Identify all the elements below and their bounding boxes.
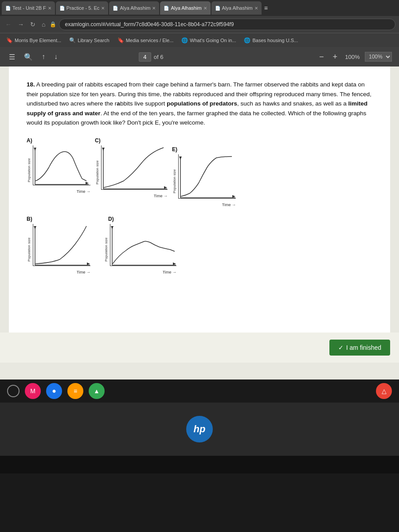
refresh-button[interactable]: ↻ [28,20,37,29]
page-number-input[interactable] [139,52,151,62]
graph-b-svg-container: Time → [33,224,90,276]
graph-c-y-label: Population size [95,155,100,190]
next-page-btn[interactable]: ↓ [52,51,59,63]
tab-alya-1[interactable]: 📄 Alya Alhashim ✕ [109,1,159,15]
zoom-value: 100% [344,54,361,60]
address-input[interactable] [59,19,395,30]
graph-d-label: D) [108,215,114,223]
tab-test-unit[interactable]: 📄 Test - Unit 2B F ✕ [2,1,55,15]
tab-alya-3[interactable]: 📄 Alya Alhashim ✕ [211,1,262,15]
globe-icon: 🌐 [244,37,250,43]
pdf-toolbar: ☰ 🔍 ↑ ↓ of 6 − + 100% 50% 75% 100% 125% … [0,47,399,66]
tab-icon: 📄 [164,6,169,11]
bottom-bezel [0,456,399,473]
graph-e-svg [178,154,236,199]
bookmark-icon: 🔖 [117,37,124,43]
bookmark-morris[interactable]: 🔖 Morris Bye Element... [4,36,64,44]
taskbar-chrome-icon[interactable]: ● [46,383,62,399]
zoom-out-btn[interactable]: − [317,51,327,63]
tab-close-btn[interactable]: ✕ [48,6,51,11]
forward-button[interactable]: → [16,20,26,29]
bold-populations: populations of predators [167,100,237,107]
tab-alya-2-active[interactable]: 📄 Alya Alhashim ✕ [160,1,210,15]
svg-marker-14 [87,262,90,265]
tab-label: Alya Alhashim [222,5,253,11]
tab-label: Alya Alhashim [120,5,150,11]
prev-page-btn[interactable]: ↑ [40,51,47,63]
tab-more-btn[interactable]: ≡ [262,3,270,13]
taskbar-circle[interactable] [7,385,20,397]
page-indicator: of 6 [139,52,164,62]
graph-a: A) Population size [27,137,90,208]
graph-a-svg-container: Time → [33,145,90,195]
taskbar: M ● ≡ ▲ △ [0,379,399,403]
search-pdf-btn[interactable]: 🔍 [22,51,35,63]
graph-e-label: E) [172,145,177,153]
tab-close-btn[interactable]: ✕ [203,6,207,11]
graph-c-x-label: Time → [101,193,168,200]
tab-label: Practice - 5. Ec [66,5,100,11]
finished-button[interactable]: ✓ I am finished [329,340,390,356]
bookmark-label: Library Search [78,38,110,43]
tab-icon: 📄 [113,6,118,11]
address-bar: ← → ↻ ⌂ 🔒 [0,16,399,33]
graph-a-x-label: Time → [33,189,90,195]
graph-a-label: A) [27,137,32,145]
sidebar-toggle-btn[interactable]: ☰ [7,51,17,63]
svg-marker-18 [173,262,176,265]
finished-button-label: I am finished [346,344,381,351]
svg-marker-2 [86,182,89,184]
bookmark-media[interactable]: 🔖 Media services / Ele... [115,36,176,44]
question-text: 18. A breeding pair of rabbits escaped f… [27,80,372,128]
tab-close-btn[interactable]: ✕ [152,6,156,11]
calendar-symbol: △ [382,387,387,395]
graph-d: D) Population size [104,215,176,276]
globe-icon: 🌐 [181,37,188,43]
home-button[interactable]: ⌂ [40,20,47,29]
taskbar-mail-icon[interactable]: M [25,383,41,399]
graph-c: C) Population size Time → [95,137,168,208]
tab-icon: 📄 [5,6,11,11]
graph-b-y-label: Population size [27,232,32,267]
graph-a-y-label: Population size [27,153,32,188]
graph-d-x-label: Time → [110,270,176,276]
graph-c-wrapper: Population size Time → [95,145,168,200]
zoom-in-btn[interactable]: + [330,51,340,63]
graph-d-svg-container: Time → [110,224,176,276]
tab-label: Alya Alhashim [171,5,201,11]
graph-c-label: C) [95,137,101,145]
bookmark-label: What's Going On in... [190,38,236,43]
checkmark-icon: ✓ [338,344,344,351]
taskbar-calendar-icon[interactable]: △ [376,383,392,399]
document-page: 18. A breeding pair of rabbits escaped f… [9,66,390,332]
chrome-dot: ● [52,387,56,395]
bookmark-bases[interactable]: 🌐 Bases housing U.S... [241,36,301,44]
browser-chrome: 📄 Test - Unit 2B F ✕ 📄 Practice - 5. Ec … [0,0,399,47]
tab-close-btn[interactable]: ✕ [254,6,258,11]
bookmark-whats-going-on[interactable]: 🌐 What's Going On in... [179,36,239,44]
zoom-select[interactable]: 50% 75% 100% 125% 150% [365,52,392,62]
drive-triangle: ▲ [94,387,100,395]
bookmark-label: Morris Bye Element... [15,38,61,43]
tab-icon: 📄 [215,6,220,11]
taskbar-docs-icon[interactable]: ≡ [67,383,83,399]
tab-practice[interactable]: 📄 Practice - 5. Ec ✕ [56,1,109,15]
question-number: 18. [27,81,35,88]
hp-area: hp [0,403,399,456]
graph-c-svg-container: Time → [101,145,168,200]
bookmark-library[interactable]: 🔍 Library Search [66,36,112,44]
graph-a-svg [33,145,90,185]
back-button[interactable]: ← [4,20,13,29]
search-icon: 🔍 [69,37,76,43]
graph-a-wrapper: Population size Time → [27,145,90,195]
svg-marker-6 [164,186,167,189]
hp-text: hp [194,423,206,435]
graph-b-svg [33,224,90,266]
taskbar-drive-icon[interactable]: ▲ [89,383,105,399]
graph-e-wrapper: Population size Time → [172,154,236,208]
page-total: of 6 [154,54,164,60]
graph-d-wrapper: Population size Time → [104,224,176,276]
graph-d-y-label: Population size [104,232,109,267]
tab-close-btn[interactable]: ✕ [101,6,105,11]
tab-icon: 📄 [59,6,65,11]
